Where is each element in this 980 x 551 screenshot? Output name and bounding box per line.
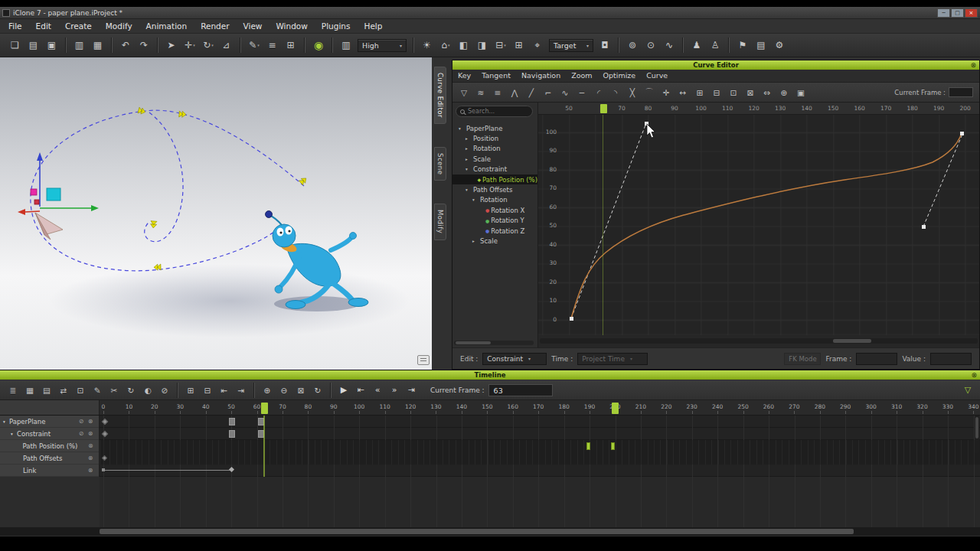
previous-frame-button[interactable]: «: [369, 383, 386, 398]
track-remove-icon[interactable]: ⊗: [87, 442, 95, 449]
box-select-icon[interactable]: ⊡: [725, 85, 742, 100]
edit-motion-layer-icon[interactable]: ⊙: [642, 37, 660, 54]
clip-block[interactable]: [229, 418, 235, 425]
move-keys-icon[interactable]: ✛: [658, 85, 675, 100]
render-quality-dropdown[interactable]: High▾: [358, 39, 407, 52]
add-key-icon[interactable]: ⊞: [691, 85, 708, 100]
menu-item[interactable]: Help: [357, 19, 389, 33]
menu-item[interactable]: Plugins: [315, 19, 358, 33]
camera-grid-icon[interactable]: ⊞: [510, 37, 528, 54]
curve-editor-menu-item[interactable]: Zoom: [566, 70, 597, 82]
expand-arrow-icon[interactable]: ▸: [472, 239, 479, 243]
move-tool-icon[interactable]: ✛▾: [181, 37, 199, 54]
menu-item[interactable]: File: [2, 19, 29, 33]
unify-tangents-icon[interactable]: ⌒: [641, 85, 658, 100]
tree-item[interactable]: ● Rotation X: [452, 205, 537, 215]
track-remove-icon[interactable]: ⊗: [86, 430, 95, 437]
scrollbar-thumb[interactable]: [975, 417, 978, 439]
timeline-vertical-scrollbar[interactable]: [975, 416, 979, 454]
track-remove-icon[interactable]: ⊗: [86, 467, 95, 474]
rotate-tool-icon[interactable]: ↻▾: [199, 37, 217, 54]
target-dropdown[interactable]: Target▾: [549, 39, 593, 52]
flag-icon[interactable]: ⚑: [733, 37, 752, 54]
tangent-auto-icon[interactable]: ⋀: [506, 85, 523, 100]
timeline-ruler[interactable]: 0102030405060708090100110120130140150160…: [0, 400, 980, 416]
clip-block[interactable]: [229, 430, 235, 438]
motion-puppet-icon[interactable]: ⊚: [623, 37, 642, 54]
preview-camera-eye-icon[interactable]: ◉: [309, 37, 328, 54]
break-tangents-icon[interactable]: ╳: [624, 85, 641, 100]
zoom-view-icon[interactable]: ⊕: [776, 85, 792, 100]
expand-arrow-icon[interactable]: ▾: [466, 167, 472, 171]
select-tool-icon[interactable]: ➤: [162, 37, 181, 54]
current-frame-input[interactable]: 63: [488, 384, 553, 396]
home-view-icon[interactable]: ⌂▾: [436, 37, 455, 54]
align-icon[interactable]: ≡: [263, 37, 282, 54]
create-actor-icon[interactable]: ♟: [688, 37, 706, 54]
open-project-icon[interactable]: ▤: [24, 37, 43, 54]
ambient-light-icon[interactable]: ☀: [418, 37, 436, 54]
expand-arrow-icon[interactable]: ▸: [466, 157, 472, 161]
tangent-flat-icon[interactable]: ─: [573, 85, 590, 100]
tangent-ease-in-icon[interactable]: ◜: [590, 85, 607, 100]
tree-item[interactable]: ▸ Scale: [452, 236, 537, 246]
edit-dropdown[interactable]: Constraint▾: [482, 353, 547, 365]
tree-horizontal-scrollbar[interactable]: [454, 341, 534, 345]
keyframe-marker[interactable]: [102, 431, 108, 437]
menu-item[interactable]: Create: [58, 19, 99, 33]
time-dropdown[interactable]: Project Time▾: [577, 353, 648, 365]
curve-keyframe[interactable]: [570, 317, 573, 321]
viewport-3d[interactable]: [0, 57, 432, 370]
tree-item[interactable]: ▸ Scale: [452, 154, 537, 164]
link-start-key[interactable]: [102, 468, 105, 471]
curve-editor-menu-item[interactable]: Navigation: [516, 70, 566, 82]
content-manager-icon[interactable]: ▦: [89, 37, 107, 54]
minimize-button[interactable]: ─: [937, 8, 950, 18]
viewport-label-icon[interactable]: [417, 355, 430, 365]
curve-graph[interactable]: 5070809010011012013014015016017018019020…: [538, 103, 979, 347]
track-exclude-icon[interactable]: ⊘: [77, 418, 86, 425]
menu-item[interactable]: Window: [269, 19, 314, 33]
animation-curve[interactable]: [571, 133, 962, 318]
track-remove-icon[interactable]: ⊗: [86, 418, 95, 425]
link-end-key[interactable]: [229, 467, 234, 472]
maximize-button[interactable]: □: [951, 8, 964, 18]
tangent-handle[interactable]: [922, 225, 926, 229]
tangent-ease-out-icon[interactable]: ◝: [607, 85, 624, 100]
value-input[interactable]: [930, 353, 972, 365]
frame-input[interactable]: [856, 353, 897, 365]
track-list-icon[interactable]: ≣: [5, 383, 21, 398]
expand-arrow-icon[interactable]: ▸: [466, 136, 472, 141]
search-input[interactable]: Search...: [456, 106, 533, 117]
selection-corner-handle[interactable]: [34, 200, 39, 204]
timeline-track-row[interactable]: Path Offsets ⊗: [0, 452, 99, 465]
track-exclude-icon[interactable]: ⊘: [77, 430, 86, 437]
scene-manager-icon[interactable]: ▥: [70, 37, 89, 54]
filter-tracks-icon[interactable]: ▽: [456, 85, 472, 100]
curve-keyframe[interactable]: [960, 132, 964, 135]
add-keyframe-icon[interactable]: ⊞: [182, 383, 199, 398]
snap-icon[interactable]: ⊞: [282, 37, 300, 54]
scrollbar-thumb[interactable]: [100, 529, 854, 534]
timeline-titlebar[interactable]: Timeline ⊗: [0, 370, 980, 380]
tree-item[interactable]: ▸ Rotation: [452, 144, 537, 154]
tree-item[interactable]: ▾ Path Offsets: [452, 184, 537, 194]
camera-switch-icon[interactable]: ⊟▾: [492, 37, 510, 54]
menu-item[interactable]: Modify: [99, 19, 139, 33]
collect-clip-icon[interactable]: ▤: [38, 383, 55, 398]
go-to-end-button[interactable]: ⇥: [403, 383, 420, 398]
curve-editor-menu-item[interactable]: Curve: [641, 70, 673, 82]
side-tab[interactable]: Scene: [434, 147, 446, 181]
tangent-step-icon[interactable]: ⌐: [540, 85, 557, 100]
menu-item[interactable]: Animation: [139, 19, 194, 33]
tangent-handle-line[interactable]: [571, 123, 646, 318]
link-span-bar[interactable]: [103, 470, 232, 471]
scale-tool-icon[interactable]: ⊿: [217, 37, 236, 54]
zoom-out-icon[interactable]: ⊖: [276, 383, 292, 398]
timeline-close-icon[interactable]: ⊗: [971, 370, 977, 380]
edit-pivot-icon[interactable]: ✎▾: [245, 37, 263, 54]
tree-item[interactable]: ● Rotation Y: [452, 216, 537, 226]
redo-icon[interactable]: ↷: [135, 37, 153, 54]
track-remove-icon[interactable]: ⊗: [86, 455, 95, 461]
tree-item[interactable]: ◆ Path Position (%): [452, 174, 537, 184]
